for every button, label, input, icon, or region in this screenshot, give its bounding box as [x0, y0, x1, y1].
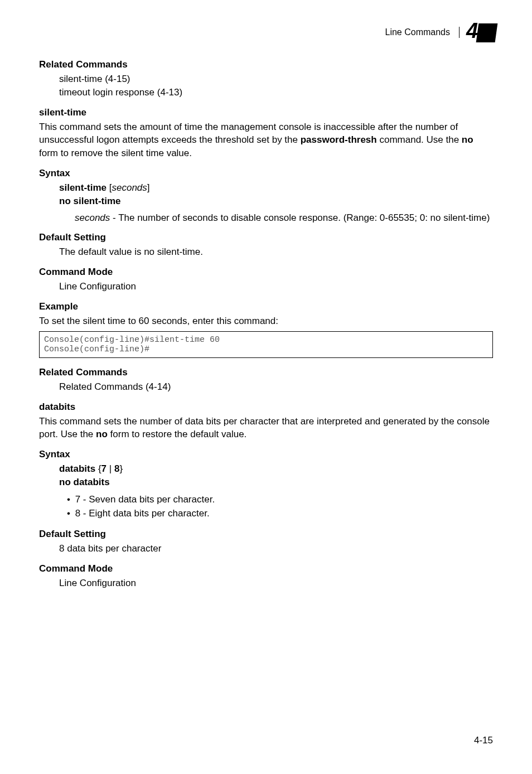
default-setting-heading: Default Setting — [39, 232, 493, 243]
related-command-item: timeout login response (4-13) — [59, 86, 493, 99]
syntax-heading: Syntax — [39, 168, 493, 179]
header-divider — [459, 27, 460, 38]
example-heading: Example — [39, 301, 493, 312]
related-command-item: silent-time (4-15) — [59, 72, 493, 86]
syntax-block: databits {7 | 8} no databits — [39, 462, 493, 489]
page-number: 4-15 — [474, 735, 493, 746]
syntax-bullet-list: 7 - Seven data bits per character. 8 - E… — [39, 492, 493, 521]
example-text: To set the silent time to 60 seconds, en… — [39, 315, 493, 328]
silent-time-description: This command sets the amount of time the… — [39, 120, 493, 160]
command-mode-heading: Command Mode — [39, 563, 493, 574]
default-setting-heading: Default Setting — [39, 529, 493, 540]
command-mode-heading: Command Mode — [39, 267, 493, 278]
databits-heading: databits — [39, 401, 493, 413]
command-mode-text: Line Configuration — [39, 577, 493, 590]
list-item: 7 - Seven data bits per character. — [67, 492, 493, 507]
syntax-command: no databits — [59, 476, 493, 489]
related-commands-heading: Related Commands — [39, 367, 493, 378]
header-section-title: Line Commands — [385, 27, 451, 37]
command-mode-text: Line Configuration — [39, 280, 493, 293]
silent-time-heading: silent-time — [39, 107, 493, 118]
related-commands-body: Related Commands (4-14) — [39, 380, 493, 394]
list-item: 8 - Eight data bits per character. — [67, 506, 493, 521]
code-example: Console(config-line)#silent-time 60 Cons… — [39, 331, 493, 358]
page-header: Line Commands 4 — [39, 22, 493, 42]
related-commands-heading: Related Commands — [39, 59, 493, 70]
chapter-number-icon: 4 — [466, 22, 493, 42]
databits-description: This command sets the number of data bit… — [39, 415, 493, 442]
default-setting-text: 8 data bits per character — [39, 542, 493, 555]
related-commands-body: silent-time (4-15) timeout login respons… — [39, 72, 493, 99]
syntax-command: databits — [59, 463, 95, 474]
syntax-arg: seconds — [112, 182, 147, 193]
syntax-command: silent-time — [59, 182, 107, 193]
syntax-description: seconds - The number of seconds to disab… — [59, 211, 493, 225]
syntax-command: no silent-time — [59, 195, 493, 208]
syntax-heading: Syntax — [39, 449, 493, 460]
syntax-block: silent-time [seconds] no silent-time sec… — [39, 181, 493, 224]
default-setting-text: The default value is no silent-time. — [39, 245, 493, 259]
